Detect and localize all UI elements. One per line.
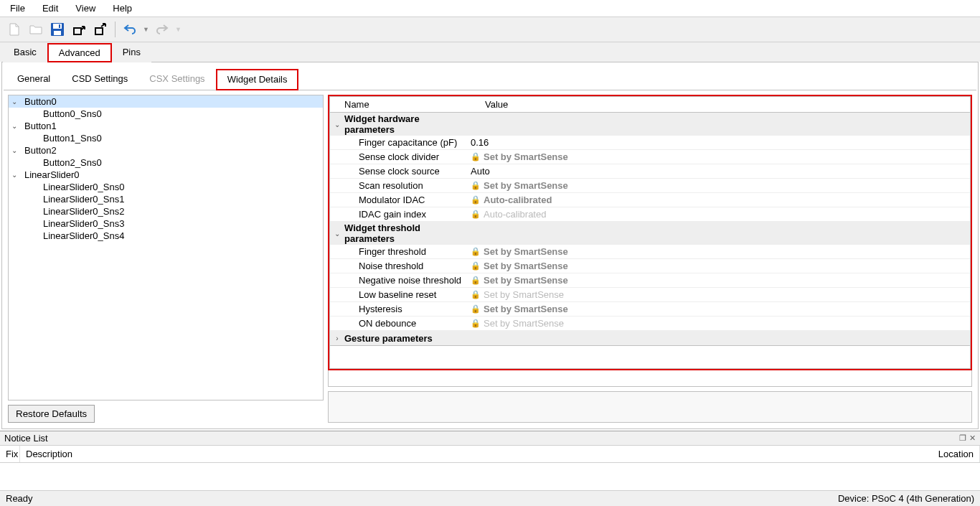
subtab-csx-settings: CSX Settings bbox=[138, 69, 215, 90]
lock-icon: 🔒 bbox=[471, 247, 481, 256]
property-row[interactable]: Scan resolution🔒Set by SmartSense bbox=[330, 179, 970, 193]
content-pane: General CSD Settings CSX Settings Widget… bbox=[1, 62, 979, 429]
property-name: Modulator IDAC bbox=[344, 193, 466, 207]
lock-icon: 🔒 bbox=[471, 210, 481, 219]
property-value: Set by SmartSense bbox=[484, 275, 568, 286]
property-row[interactable]: Finger capacitance (pF)0.16 bbox=[330, 136, 970, 150]
tree-item-label: LinearSlider0_Sns0 bbox=[43, 182, 124, 192]
property-group-title: Widget threshold parameters bbox=[344, 222, 466, 245]
widget-tree[interactable]: ⌄Button0Button0_Sns0⌄Button1Button1_Sns0… bbox=[8, 95, 324, 400]
property-name: Finger capacitance (pF) bbox=[344, 136, 466, 149]
property-group-title: Widget hardware parameters bbox=[344, 113, 466, 136]
open-folder-icon[interactable] bbox=[27, 21, 44, 38]
menu-view[interactable]: View bbox=[68, 1, 103, 15]
property-group-row[interactable]: ⌄Widget threshold parameters bbox=[330, 222, 970, 245]
save-icon[interactable] bbox=[49, 21, 66, 38]
tree-item-parent[interactable]: ⌄Button2 bbox=[9, 144, 323, 156]
undo-dropdown-icon[interactable]: ▼ bbox=[143, 26, 149, 33]
property-name: IDAC gain index bbox=[344, 207, 466, 221]
property-value: Set by SmartSense bbox=[484, 304, 568, 314]
notice-panel: Notice List ❐ ✕ Fix Description Location bbox=[0, 431, 980, 490]
notice-close-icon[interactable]: ✕ bbox=[969, 434, 976, 443]
menu-file[interactable]: File bbox=[3, 1, 32, 15]
tab-advanced[interactable]: Advanced bbox=[47, 43, 112, 62]
notice-col-description[interactable]: Description bbox=[20, 446, 923, 462]
menu-edit[interactable]: Edit bbox=[35, 1, 65, 15]
property-value: Set by SmartSense bbox=[484, 289, 564, 300]
property-grid-header: Name Value bbox=[330, 97, 970, 113]
menu-help[interactable]: Help bbox=[105, 1, 139, 15]
svg-rect-4 bbox=[74, 28, 81, 34]
export-icon[interactable] bbox=[92, 21, 109, 38]
property-value: Set by SmartSense bbox=[484, 246, 568, 257]
tab-basic[interactable]: Basic bbox=[3, 43, 47, 62]
tree-item-label: Button1 bbox=[24, 121, 57, 131]
notice-col-fix[interactable]: Fix bbox=[0, 446, 20, 462]
restore-defaults-button[interactable]: Restore Defaults bbox=[8, 405, 95, 423]
redo-icon[interactable] bbox=[154, 21, 171, 38]
property-group-row[interactable]: ›Gesture parameters bbox=[330, 331, 970, 345]
property-row[interactable]: Sense clock sourceAuto bbox=[330, 164, 970, 179]
subtab-general[interactable]: General bbox=[6, 69, 61, 90]
tree-item-label: Button0 bbox=[24, 96, 57, 107]
lock-icon: 🔒 bbox=[471, 195, 481, 205]
chevron-icon[interactable]: ⌄ bbox=[330, 222, 344, 245]
notice-restore-icon[interactable]: ❐ bbox=[959, 434, 966, 443]
tree-item-child[interactable]: LinearSlider0_Sns2 bbox=[9, 205, 323, 217]
left-pane: ⌄Button0Button0_Sns0⌄Button1Button1_Sns0… bbox=[8, 95, 324, 423]
tree-item-parent[interactable]: ⌄Button0 bbox=[9, 95, 323, 108]
tree-item-label: Button2_Sns0 bbox=[43, 157, 102, 168]
tree-item-label: LinearSlider0_Sns1 bbox=[43, 194, 124, 205]
undo-icon[interactable] bbox=[121, 21, 138, 38]
property-group-row[interactable]: ⌄Widget hardware parameters bbox=[330, 113, 970, 136]
panes: ⌄Button0Button0_Sns0⌄Button1Button1_Sns0… bbox=[4, 90, 976, 427]
property-name: Sense clock source bbox=[344, 164, 466, 178]
tree-item-child[interactable]: LinearSlider0_Sns4 bbox=[9, 230, 323, 242]
property-row[interactable]: Hysteresis🔒Set by SmartSense bbox=[330, 302, 970, 317]
property-row[interactable]: IDAC gain index🔒Auto-calibrated bbox=[330, 207, 970, 222]
tree-item-parent[interactable]: ⌄Button1 bbox=[9, 120, 323, 132]
lock-icon: 🔒 bbox=[471, 261, 481, 271]
chevron-icon[interactable]: › bbox=[330, 331, 344, 345]
notice-col-location[interactable]: Location bbox=[923, 446, 980, 462]
svg-rect-5 bbox=[95, 28, 103, 34]
property-value: Set by SmartSense bbox=[484, 261, 568, 271]
property-row[interactable]: Sense clock divider🔒Set by SmartSense bbox=[330, 150, 970, 164]
tree-item-child[interactable]: LinearSlider0_Sns1 bbox=[9, 193, 323, 205]
property-header-value: Value bbox=[481, 97, 970, 112]
property-row[interactable]: Finger threshold🔒Set by SmartSense bbox=[330, 245, 970, 259]
property-row[interactable]: Low baseline reset🔒Set by SmartSense bbox=[330, 288, 970, 302]
property-name: Sense clock divider bbox=[344, 150, 466, 164]
import-icon[interactable] bbox=[70, 21, 88, 38]
property-row[interactable]: Noise threshold🔒Set by SmartSense bbox=[330, 259, 970, 273]
tab-pins[interactable]: Pins bbox=[112, 43, 151, 62]
tree-item-child[interactable]: Button1_Sns0 bbox=[9, 132, 323, 144]
property-name: Finger threshold bbox=[344, 245, 466, 258]
tree-item-parent[interactable]: ⌄LinearSlider0 bbox=[9, 169, 323, 181]
property-description-box bbox=[328, 391, 972, 423]
new-file-icon[interactable] bbox=[6, 21, 23, 38]
property-grid-highlight: Name Value ⌄Widget hardware parametersFi… bbox=[328, 95, 972, 370]
notice-title-bar: Notice List ❐ ✕ bbox=[0, 431, 980, 445]
property-name: ON debounce bbox=[344, 317, 466, 330]
tree-item-label: LinearSlider0 bbox=[24, 169, 80, 180]
tree-item-child[interactable]: LinearSlider0_Sns3 bbox=[9, 217, 323, 230]
property-value[interactable]: Auto bbox=[471, 166, 490, 177]
property-value[interactable]: 0.16 bbox=[471, 137, 489, 148]
svg-rect-1 bbox=[53, 24, 62, 29]
property-row[interactable]: ON debounce🔒Set by SmartSense bbox=[330, 317, 970, 331]
lock-icon: 🔒 bbox=[471, 276, 481, 285]
property-group-title: Gesture parameters bbox=[344, 331, 466, 345]
redo-dropdown-icon[interactable]: ▼ bbox=[175, 26, 182, 33]
tree-item-child[interactable]: Button0_Sns0 bbox=[9, 108, 323, 120]
subtab-widget-details[interactable]: Widget Details bbox=[216, 69, 299, 90]
chevron-icon[interactable]: ⌄ bbox=[330, 113, 344, 136]
property-grid[interactable]: Name Value ⌄Widget hardware parametersFi… bbox=[329, 96, 971, 346]
subtab-csd-settings[interactable]: CSD Settings bbox=[61, 69, 138, 90]
property-row[interactable]: Modulator IDAC🔒Auto-calibrated bbox=[330, 193, 970, 207]
tree-item-child[interactable]: Button2_Sns0 bbox=[9, 156, 323, 169]
toolbar-separator bbox=[115, 22, 116, 37]
property-row[interactable]: Negative noise threshold🔒Set by SmartSen… bbox=[330, 273, 970, 288]
status-bar: Ready Device: PSoC 4 (4th Generation) bbox=[0, 490, 980, 506]
tree-item-child[interactable]: LinearSlider0_Sns0 bbox=[9, 181, 323, 193]
